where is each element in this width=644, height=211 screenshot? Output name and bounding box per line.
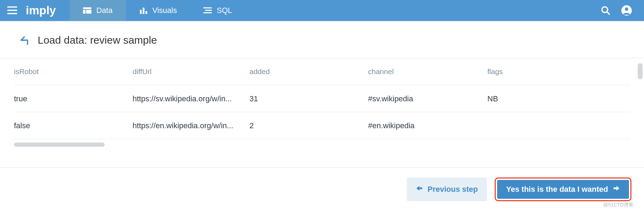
- svg-rect-1: [7, 10, 17, 11]
- vertical-scrollbar[interactable]: [638, 63, 643, 79]
- svg-rect-8: [145, 11, 147, 14]
- svg-rect-3: [83, 7, 91, 9]
- col-header-channel[interactable]: channel: [368, 58, 487, 85]
- highlight-annotation: Yes this is the data I wanted: [495, 177, 631, 201]
- svg-rect-2: [7, 13, 17, 14]
- confirm-data-button[interactable]: Yes this is the data I wanted: [497, 180, 629, 199]
- svg-rect-11: [203, 12, 212, 13]
- menu-icon[interactable]: [0, 0, 24, 21]
- cell-added: 31: [249, 85, 368, 112]
- watermark: @51CTO博客: [603, 202, 634, 208]
- svg-rect-7: [143, 8, 144, 14]
- cell-flags: NB: [487, 85, 630, 112]
- nav-tabs: Data Visuals SQL: [70, 0, 245, 21]
- tab-label: SQL: [217, 6, 232, 15]
- svg-rect-10: [205, 10, 212, 11]
- svg-rect-4: [83, 10, 85, 14]
- cell-channel: #sv.wikipedia: [368, 85, 487, 112]
- tab-label: Visuals: [152, 6, 177, 15]
- list-icon: [203, 6, 212, 15]
- cell-diffUrl: https://sv.wikipedia.org/w/in...: [133, 85, 249, 112]
- svg-rect-6: [140, 10, 142, 14]
- page-title: Load data: review sample: [38, 34, 157, 46]
- tab-visuals[interactable]: Visuals: [126, 0, 190, 21]
- navbar: imply Data Visuals: [0, 0, 644, 21]
- arrow-left-icon: [416, 185, 423, 194]
- previous-step-button[interactable]: Previous step: [407, 177, 487, 201]
- cell-channel: #en.wikipedia: [368, 112, 487, 139]
- cell-added: 2: [249, 112, 368, 139]
- svg-rect-0: [7, 6, 17, 8]
- tab-data[interactable]: Data: [70, 0, 126, 21]
- account-icon[interactable]: [621, 5, 632, 16]
- cell-isRobot: true: [14, 85, 133, 112]
- svg-line-13: [607, 12, 610, 15]
- button-label: Yes this is the data I wanted: [506, 185, 608, 194]
- horizontal-scrollbar[interactable]: [14, 143, 105, 147]
- tab-sql[interactable]: SQL: [190, 0, 245, 21]
- tab-label: Data: [96, 6, 112, 15]
- cell-flags: [487, 112, 630, 139]
- col-header-isRobot[interactable]: isRobot: [14, 58, 133, 85]
- footer: Previous step Yes this is the data I wan…: [0, 167, 644, 211]
- chart-icon: [139, 6, 148, 15]
- nav-right: [600, 5, 644, 16]
- search-icon[interactable]: [600, 5, 611, 16]
- arrow-right-icon: [613, 185, 620, 194]
- cell-diffUrl: https://en.wikipedia.org/w/in...: [133, 112, 249, 139]
- back-icon[interactable]: [20, 35, 31, 46]
- svg-point-12: [602, 7, 608, 13]
- button-label: Previous step: [428, 185, 478, 194]
- data-table: isRobot diffUrl added channel flags true…: [0, 58, 644, 147]
- table-row: true https://sv.wikipedia.org/w/in... 31…: [14, 85, 630, 112]
- svg-point-15: [625, 7, 628, 11]
- svg-rect-5: [86, 10, 91, 14]
- brand-logo: imply: [26, 4, 56, 17]
- cell-isRobot: false: [14, 112, 133, 139]
- svg-rect-9: [203, 7, 212, 8]
- col-header-added[interactable]: added: [249, 58, 368, 85]
- col-header-diffUrl[interactable]: diffUrl: [133, 58, 249, 85]
- table-icon: [83, 6, 91, 15]
- table-row: false https://en.wikipedia.org/w/in... 2…: [14, 112, 630, 139]
- col-header-flags[interactable]: flags: [487, 58, 630, 85]
- title-row: Load data: review sample: [0, 21, 644, 58]
- table-header-row: isRobot diffUrl added channel flags: [14, 58, 630, 85]
